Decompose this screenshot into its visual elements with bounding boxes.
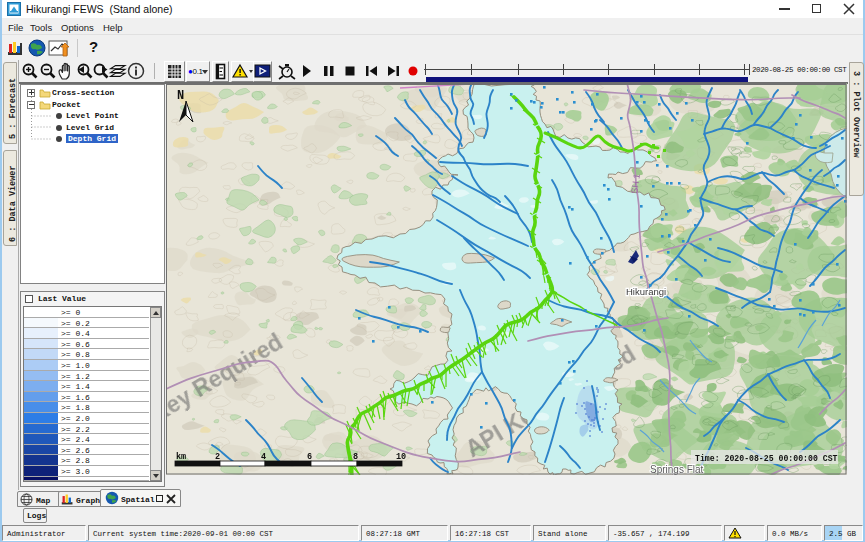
svg-text:3 : Plot Overview: 3 : Plot Overview — [851, 71, 861, 159]
svg-text:4: 4 — [261, 452, 266, 462]
svg-text:6: 6 — [307, 452, 312, 462]
svg-text:8: 8 — [353, 452, 358, 462]
svg-text:N: N — [177, 89, 184, 103]
svg-text:Springs Flat: Springs Flat — [650, 464, 704, 475]
svg-text:Time: 2020-08-25 00:00:00 CST: Time: 2020-08-25 00:00:00 CST — [695, 454, 838, 463]
svg-text:km: km — [176, 452, 186, 462]
svg-text:2: 2 — [215, 452, 220, 462]
svg-text:Hikurangi: Hikurangi — [626, 286, 666, 297]
svg-text:10: 10 — [396, 452, 406, 462]
